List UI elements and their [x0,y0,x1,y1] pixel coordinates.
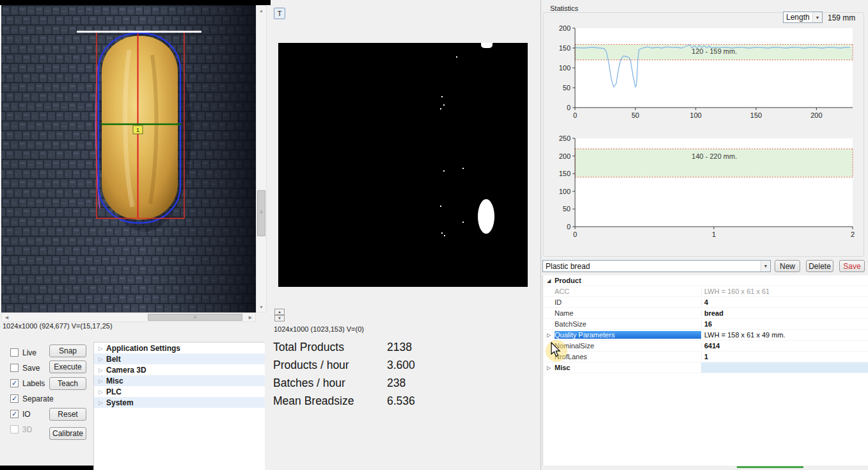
svg-text:150: 150 [559,170,571,177]
svg-text:200: 200 [559,24,571,32]
svg-text:200: 200 [810,111,822,119]
totals-row: Total Products2138 [273,341,415,359]
capture-options: LiveSave✓Labels✓Separate✓IO3D [10,347,54,435]
svg-text:50: 50 [563,205,571,213]
tree-item-camera-3d[interactable]: ▷Camera 3D [94,364,265,375]
property-row-quality-parameters[interactable]: ▷Quality ParametersLWH = 158 x 61 x 49 m… [543,330,868,341]
property-row-nominalsize[interactable]: NominalSize6414 [543,341,868,352]
vertical-scroll-thumb[interactable]: ≡ [257,190,265,236]
property-group-product[interactable]: ◢Product [543,275,868,286]
svg-text:1: 1 [712,231,716,238]
checkbox-box[interactable]: ✓ [10,379,19,387]
property-value: bread [701,309,868,317]
scroll-down-icon[interactable]: ▼ [256,302,266,312]
reset-button[interactable]: Reset [49,408,86,421]
teach-button[interactable]: Teach [49,377,86,390]
property-value: 1 [701,353,868,361]
property-value: 4 [701,298,868,306]
tree-item-label: Application Settings [106,344,180,353]
tree-item-application-settings[interactable]: ▷Application Settings [94,343,265,353]
checkbox-3d[interactable]: 3D [10,424,54,435]
checkbox-box[interactable]: ✓ [10,394,19,403]
property-row-id[interactable]: ID4 [543,297,868,308]
snap-button[interactable]: Snap [49,344,86,357]
binary-blob [478,199,494,234]
checkbox-label: Save [22,364,40,373]
save-button[interactable]: Save [839,260,865,272]
property-row-batchsize[interactable]: BatchSize16 [543,319,868,330]
collapse-icon[interactable]: ◢ [543,278,555,284]
tree-item-label: Misc [106,377,123,385]
tree-item-label: Camera 3D [106,366,146,375]
checkbox-separate[interactable]: ✓Separate [10,393,54,404]
checkbox-label: IO [22,410,31,419]
chevron-down-icon[interactable]: ▼ [761,261,770,271]
checkbox-live[interactable]: Live [10,347,54,358]
checkbox-box[interactable] [10,425,19,434]
horizontal-scroll-thumb[interactable]: ≡ [148,314,242,321]
camera-image-view[interactable]: 1 [1,5,256,312]
tree-item-system[interactable]: ▷System [94,397,265,408]
property-group-misc[interactable]: ▷Misc [543,362,868,373]
property-group-label: Product [555,277,701,284]
property-row-nroflanes[interactable]: NrofLanes1 [543,352,868,362]
tree-item-misc[interactable]: ▷Misc [94,375,265,386]
checkbox-box[interactable]: ✓ [10,410,19,418]
property-name: Name [555,309,701,317]
property-name: Quality Parameters [555,331,701,339]
new-button[interactable]: New [775,260,800,272]
product-select[interactable]: Plastic bread ▼ [542,260,771,272]
metric-select[interactable]: Length ▼ [783,12,823,23]
expand-icon[interactable]: ▷ [543,332,555,338]
binary-blob-top [481,43,493,48]
chevron-right-icon: ▷ [99,345,106,352]
settings-tree: ▷Application Settings▷Belt▷Camera 3D▷Mis… [93,342,265,470]
label-tag-text: 1 [136,127,139,133]
svg-text:50: 50 [631,111,639,119]
totals-value: 3.600 [387,359,415,372]
panel-splitter[interactable] [541,0,541,470]
delete-button[interactable]: Delete [806,260,833,272]
scroll-left-icon[interactable]: ◀ [2,313,12,321]
mouse-cursor [550,342,563,359]
tree-item-label: Belt [106,355,121,364]
tree-item-label: System [106,398,134,407]
spin-down-icon[interactable]: ▼ [274,315,285,321]
svg-text:50: 50 [563,84,571,92]
spin-up-icon[interactable]: ▲ [274,309,285,315]
chevron-down-icon[interactable]: ▼ [812,12,822,22]
expand-icon[interactable]: ▷ [543,365,555,371]
checkbox-box[interactable] [10,364,19,372]
camera-vertical-scrollbar[interactable]: ▲ ▼ ≡ [256,5,267,312]
totals-value: 238 [387,377,406,390]
checkbox-label: Labels [22,379,45,388]
totals-value: 6.536 [387,394,415,408]
totals-label: Batches / hour [273,377,387,390]
checkbox-box[interactable] [10,348,19,357]
calibrate-button[interactable]: Calibrate [49,427,86,440]
tree-item-plc[interactable]: ▷PLC [94,386,265,397]
checkbox-save[interactable]: Save [10,362,54,373]
property-value: LWH = 160 x 61 x 61 [701,288,868,295]
svg-text:100: 100 [690,111,702,119]
zoom-spinner[interactable]: ▲ ▼ [274,309,285,322]
tree-item-belt[interactable]: ▷Belt [94,353,265,364]
camera-status-text: 1024x1000 (924,677) V=(15,17,25) [3,322,113,330]
property-row-acc[interactable]: ACCLWH = 160 x 61 x 61 [543,286,868,297]
execute-button[interactable]: Execute [49,361,86,373]
svg-text:100: 100 [559,64,571,72]
camera-horizontal-scrollbar[interactable]: ◀ ▶ ≡ [1,312,256,322]
property-name: BatchSize [555,320,701,328]
checkbox-label: Separate [22,394,54,403]
checkbox-labels[interactable]: ✓Labels [10,378,54,389]
threshold-toggle-button[interactable]: T [274,8,285,19]
property-row-name[interactable]: Namebread [543,308,868,319]
chevron-right-icon: ▷ [99,389,106,395]
processed-binary-image[interactable] [278,43,528,287]
scroll-right-icon[interactable]: ▶ [246,313,255,321]
checkbox-io[interactable]: ✓IO [10,409,54,419]
scroll-up-icon[interactable]: ▲ [256,6,266,15]
svg-text:0: 0 [567,223,571,231]
inspection-app-window: 1 ▲ ▼ ≡ ◀ ▶ ≡ 1024x1000 (924,677) V=(15,… [0,0,868,470]
camera-image: 1 [1,5,256,312]
